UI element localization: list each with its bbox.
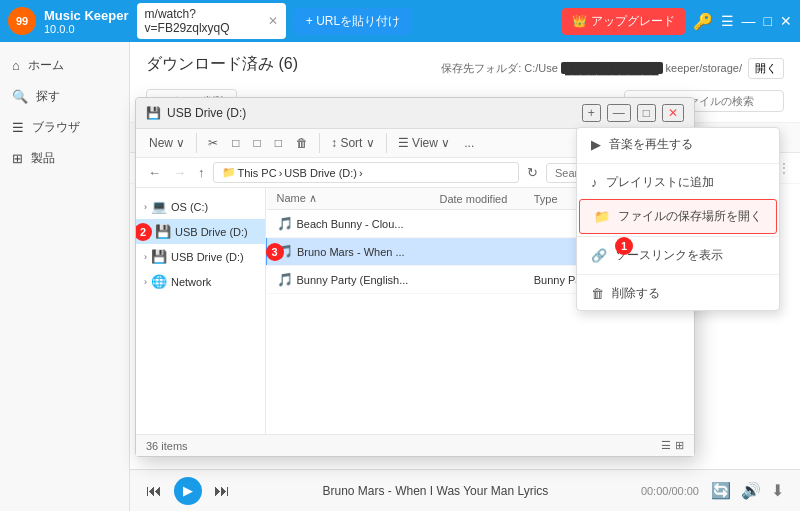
minimize-icon[interactable]: — <box>742 13 756 29</box>
fe-file-name-1: 🎵Beach Bunny - Clou... <box>267 210 430 238</box>
sidebar: ⌂ ホーム 🔍 探す ☰ ブラウザ ⊞ 製品 <box>0 42 130 511</box>
ctx-play[interactable]: ▶ 音楽を再生する <box>577 128 779 161</box>
fe-back-btn[interactable]: ← <box>144 163 165 182</box>
ctx-playlist[interactable]: ♪ プレイリストに追加 <box>577 166 779 199</box>
sidebar-item-browse[interactable]: ☰ ブラウザ <box>0 112 129 143</box>
download-button[interactable]: ⬇ <box>771 481 784 500</box>
fe-col-name: Name ∧ <box>267 188 430 210</box>
fe-copy-btn[interactable]: □ <box>227 133 244 153</box>
save-path-area: 保存先フォルダ: C:/Use ████████████ keeper/stor… <box>441 58 784 79</box>
play-button[interactable]: ▶ <box>174 477 202 505</box>
player-track: Bruno Mars - When I Was Your Man Lyrics <box>242 484 629 498</box>
fe-grid-view-icon[interactable]: ⊞ <box>675 439 684 452</box>
ctx-divider3 <box>577 274 779 275</box>
close-icon[interactable]: ✕ <box>780 13 792 29</box>
player-actions: 🔄 🔊 ⬇ <box>711 481 784 500</box>
volume-button[interactable]: 🔊 <box>741 481 761 500</box>
fe-file-date-1 <box>429 210 523 238</box>
fe-sort-btn[interactable]: ↕ Sort ∨ <box>326 133 380 153</box>
menu-icon[interactable]: ☰ <box>721 13 734 29</box>
app-info: Music Keeper 10.0.0 <box>44 8 129 35</box>
playlist-icon: ♪ <box>591 175 598 190</box>
fe-new-btn[interactable]: New ∨ <box>144 133 190 153</box>
fe-tree-item-usb2[interactable]: › 💾 USB Drive (D:) <box>136 244 265 269</box>
fe-statusbar: 36 items ☰ ⊞ <box>136 434 694 456</box>
add-url-button[interactable]: + URLを貼り付け <box>294 8 412 35</box>
fe-col-date: Date modified <box>429 188 523 210</box>
fe-rename-btn[interactable]: □ <box>270 133 287 153</box>
callout-badge-3: 3 <box>266 243 284 261</box>
save-path-text: 保存先フォルダ: C:/Use ████████████ keeper/stor… <box>441 61 742 76</box>
crown-icon: 👑 <box>572 14 587 28</box>
fe-tree-usb1-wrapper: ∨ 💾 USB Drive (D:) 2 <box>136 219 265 244</box>
fe-list-view-icon[interactable]: ☰ <box>661 439 671 452</box>
upgrade-button[interactable]: 👑 アップグレード <box>562 8 685 35</box>
fe-arrow-usb2: › <box>144 252 147 262</box>
fe-view-btn[interactable]: ☰ View ∨ <box>393 133 455 153</box>
fe-drive-icon: 💾 <box>146 106 161 120</box>
fe-sidebar: › 💻 OS (C:) ∨ 💾 USB Drive (D:) 2 <box>136 188 266 434</box>
context-menu: ▶ 音楽を再生する ♪ プレイリストに追加 📁 ファイルの保存場所を開く 🔗 ソ… <box>576 127 780 311</box>
fe-more-btn[interactable]: ... <box>459 133 479 153</box>
search-icon: 🔍 <box>12 89 28 104</box>
url-clear-icon[interactable]: ✕ <box>268 14 278 28</box>
content-area: ダウンロード済み (6) 保存先フォルダ: C:/Use ███████████… <box>130 42 800 511</box>
ctx-source[interactable]: 🔗 ソースリンクを表示 <box>577 239 779 272</box>
fe-cut-btn[interactable]: ✂ <box>203 133 223 153</box>
fe-icon-usb2: 💾 <box>151 249 167 264</box>
fe-new-tab-btn[interactable]: + <box>582 104 601 122</box>
url-text: m/watch?v=FB29zqlxyqQ <box>145 7 264 35</box>
main-container: ⌂ ホーム 🔍 探す ☰ ブラウザ ⊞ 製品 ダウンロード済み (6) 保存先フ… <box>0 42 800 511</box>
sidebar-item-browse-label: ブラウザ <box>32 119 80 136</box>
fe-tree-item-usb1[interactable]: ∨ 💾 USB Drive (D:) <box>136 219 265 244</box>
browse-icon: ☰ <box>12 120 24 135</box>
fe-titlebar: 💾 USB Drive (D:) + — □ ✕ <box>136 98 694 129</box>
play-icon: ▶ <box>591 137 601 152</box>
ctx-open-folder[interactable]: 📁 ファイルの保存場所を開く <box>579 199 777 234</box>
content-title: ダウンロード済み (6) <box>146 54 298 75</box>
fe-minimize-btn[interactable]: — <box>607 104 631 122</box>
fe-icon-network: 🌐 <box>151 274 167 289</box>
fe-item-count: 36 items <box>146 440 188 452</box>
fe-icon-os: 💻 <box>151 199 167 214</box>
fe-sep1 <box>196 133 197 153</box>
fe-tree-item-network[interactable]: › 🌐 Network <box>136 269 265 294</box>
products-icon: ⊞ <box>12 151 23 166</box>
player-bar: ⏮ ▶ ⏭ Bruno Mars - When I Was Your Man L… <box>130 469 800 511</box>
open-folder-btn[interactable]: 開く <box>748 58 784 79</box>
sidebar-item-home-label: ホーム <box>28 57 64 74</box>
ctx-divider1 <box>577 163 779 164</box>
fe-sep2 <box>319 133 320 153</box>
fe-icon-usb1: 💾 <box>155 224 171 239</box>
prev-button[interactable]: ⏮ <box>146 482 162 500</box>
url-bar[interactable]: m/watch?v=FB29zqlxyqQ ✕ <box>137 3 286 39</box>
fe-view-toggle: ☰ ⊞ <box>661 439 684 452</box>
fe-refresh-btn[interactable]: ↻ <box>523 163 542 182</box>
fe-file-name-2: 🎵Bruno Mars - When ... 3 <box>267 238 430 266</box>
fe-path-bar[interactable]: 📁 This PC › USB Drive (D:) › <box>213 162 520 183</box>
player-time: 00:00/00:00 <box>641 485 699 497</box>
fe-sep3 <box>386 133 387 153</box>
home-icon: ⌂ <box>12 58 20 73</box>
sidebar-item-products[interactable]: ⊞ 製品 <box>0 143 129 174</box>
fe-close-btn[interactable]: ✕ <box>662 104 684 122</box>
repeat-button[interactable]: 🔄 <box>711 481 731 500</box>
next-button[interactable]: ⏭ <box>214 482 230 500</box>
fe-file-name-3: 🎵Bunny Party (English... <box>267 266 430 294</box>
maximize-icon[interactable]: □ <box>764 13 772 29</box>
fe-up-btn[interactable]: ↑ <box>194 163 209 182</box>
ctx-divider2 <box>577 236 779 237</box>
fe-forward-btn[interactable]: → <box>169 163 190 182</box>
sidebar-item-home[interactable]: ⌂ ホーム <box>0 50 129 81</box>
ctx-delete[interactable]: 🗑 削除する <box>577 277 779 310</box>
fe-delete-btn[interactable]: 🗑 <box>291 133 313 153</box>
fe-paste-btn[interactable]: □ <box>249 133 266 153</box>
fe-tree-item-os[interactable]: › 💻 OS (C:) <box>136 194 265 219</box>
fe-maximize-btn[interactable]: □ <box>637 104 656 122</box>
fe-file-date-3 <box>429 266 523 294</box>
sidebar-item-products-label: 製品 <box>31 150 55 167</box>
link-icon: 🔗 <box>591 248 607 263</box>
key-icon: 🔑 <box>693 12 713 31</box>
sidebar-item-find[interactable]: 🔍 探す <box>0 81 129 112</box>
trash-icon: 🗑 <box>591 286 604 301</box>
